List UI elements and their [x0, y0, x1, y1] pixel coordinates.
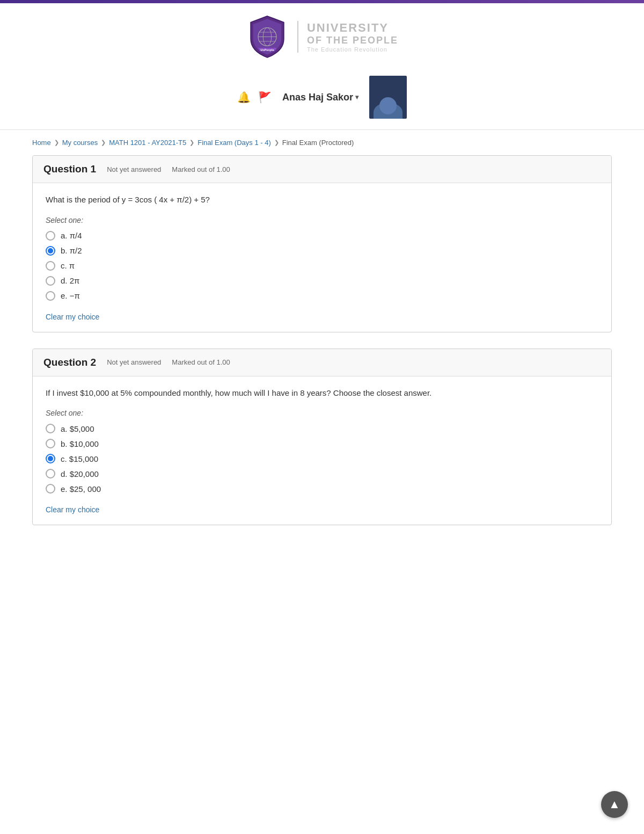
radio-q2b[interactable] — [46, 439, 55, 448]
logo-text: UNIVERSITY OF THE PEOPLE The Education R… — [297, 21, 398, 53]
of-people-text: OF THE PEOPLE — [307, 35, 398, 46]
question-2-option-d[interactable]: d. $20,000 — [46, 469, 598, 478]
question-card-2: Question 2 Not yet answered Marked out o… — [32, 349, 612, 526]
question-2-status: Not yet answered — [107, 358, 161, 366]
question-1-status: Not yet answered — [107, 165, 161, 173]
question-2-options: a. $5,000 b. $10,000 c. $15,000 d. $20,0… — [46, 424, 598, 494]
question-card-1: Question 1 Not yet answered Marked out o… — [32, 155, 612, 332]
question-2-body: If I invest $10,000 at 5% compounded mon… — [33, 376, 611, 525]
dropdown-caret-icon: ▾ — [355, 93, 358, 101]
university-logo: UoPeople — [246, 14, 289, 60]
radio-q1d[interactable] — [46, 276, 55, 286]
user-name-button[interactable]: Anas Haj Sakor ▾ — [282, 92, 358, 103]
breadcrumb-course[interactable]: MATH 1201 - AY2021-T5 — [109, 139, 186, 147]
question-2-option-a[interactable]: a. $5,000 — [46, 424, 598, 433]
question-1-body: What is the period of y = 3cos ( 4x + π/… — [33, 183, 611, 332]
question-2-text: If I invest $10,000 at 5% compounded mon… — [46, 387, 598, 400]
breadcrumb-home[interactable]: Home — [32, 139, 51, 147]
radio-q2c[interactable] — [46, 454, 55, 463]
breadcrumb-sep-4: ❯ — [274, 139, 279, 146]
bell-icon[interactable]: 🔔 — [237, 91, 251, 104]
radio-q1a[interactable] — [46, 231, 55, 241]
option-q1c-label: c. π — [61, 261, 75, 270]
radio-q1c[interactable] — [46, 261, 55, 271]
avatar — [369, 76, 407, 119]
breadcrumb-current: Final Exam (Proctored) — [282, 139, 354, 147]
question-2-select-label: Select one: — [46, 409, 598, 417]
breadcrumb: Home ❯ My courses ❯ MATH 1201 - AY2021-T… — [0, 130, 644, 155]
question-1-option-d[interactable]: d. 2π — [46, 276, 598, 286]
question-1-option-c[interactable]: c. π — [46, 261, 598, 271]
option-q1d-label: d. 2π — [61, 276, 79, 285]
university-name: UNIVERSITY — [307, 21, 398, 35]
question-1-text: What is the period of y = 3cos ( 4x + π/… — [46, 194, 598, 206]
option-q2c-label: c. $15,000 — [61, 454, 98, 463]
message-icon[interactable]: 🚩 — [258, 91, 272, 104]
logo-area: UoPeople UNIVERSITY OF THE PEOPLE The Ed… — [246, 14, 398, 60]
question-2-option-c[interactable]: c. $15,000 — [46, 454, 598, 463]
option-q1e-label: e. −π — [61, 291, 80, 300]
question-1-select-label: Select one: — [46, 216, 598, 224]
svg-text:UoPeople: UoPeople — [261, 48, 274, 52]
radio-q1e[interactable] — [46, 291, 55, 301]
radio-q2a[interactable] — [46, 424, 55, 433]
user-icons: 🔔 🚩 — [237, 91, 272, 104]
question-2-marked: Marked out of 1.00 — [172, 358, 230, 366]
radio-q1b[interactable] — [46, 246, 55, 256]
question-1-title: Question 1 — [43, 163, 96, 175]
option-q1a-label: a. π/4 — [61, 231, 82, 240]
breadcrumb-exam[interactable]: Final Exam (Days 1 - 4) — [197, 139, 271, 147]
question-1-marked: Marked out of 1.00 — [172, 165, 230, 173]
breadcrumb-sep-3: ❯ — [189, 139, 194, 146]
question-2-option-b[interactable]: b. $10,000 — [46, 439, 598, 448]
option-q2d-label: d. $20,000 — [61, 469, 99, 478]
question-1-option-a[interactable]: a. π/4 — [46, 231, 598, 241]
main-content: Question 1 Not yet answered Marked out o… — [0, 155, 644, 574]
breadcrumb-sep-1: ❯ — [54, 139, 59, 146]
option-q2a-label: a. $5,000 — [61, 424, 94, 433]
header: UoPeople UNIVERSITY OF THE PEOPLE The Ed… — [0, 3, 644, 130]
option-q2b-label: b. $10,000 — [61, 439, 99, 448]
radio-q2e[interactable] — [46, 484, 55, 494]
question-2-clear-button[interactable]: Clear my choice — [46, 505, 99, 514]
radio-q2d[interactable] — [46, 469, 55, 478]
breadcrumb-sep-2: ❯ — [101, 139, 106, 146]
option-q1b-label: b. π/2 — [61, 246, 82, 255]
question-1-header: Question 1 Not yet answered Marked out o… — [33, 156, 611, 183]
question-1-option-e[interactable]: e. −π — [46, 291, 598, 301]
question-2-header: Question 2 Not yet answered Marked out o… — [33, 349, 611, 376]
question-1-options: a. π/4 b. π/2 c. π d. 2π e. −π — [46, 231, 598, 301]
question-2-title: Question 2 — [43, 357, 96, 368]
question-1-clear-button[interactable]: Clear my choice — [46, 313, 99, 321]
user-area: 🔔 🚩 Anas Haj Sakor ▾ — [237, 70, 407, 124]
option-q2e-label: e. $25, 000 — [61, 484, 101, 494]
breadcrumb-mycourses[interactable]: My courses — [62, 139, 98, 147]
user-name-label: Anas Haj Sakor — [282, 92, 353, 103]
question-2-option-e[interactable]: e. $25, 000 — [46, 484, 598, 494]
question-1-option-b[interactable]: b. π/2 — [46, 246, 598, 256]
tagline: The Education Revolution — [307, 46, 398, 53]
